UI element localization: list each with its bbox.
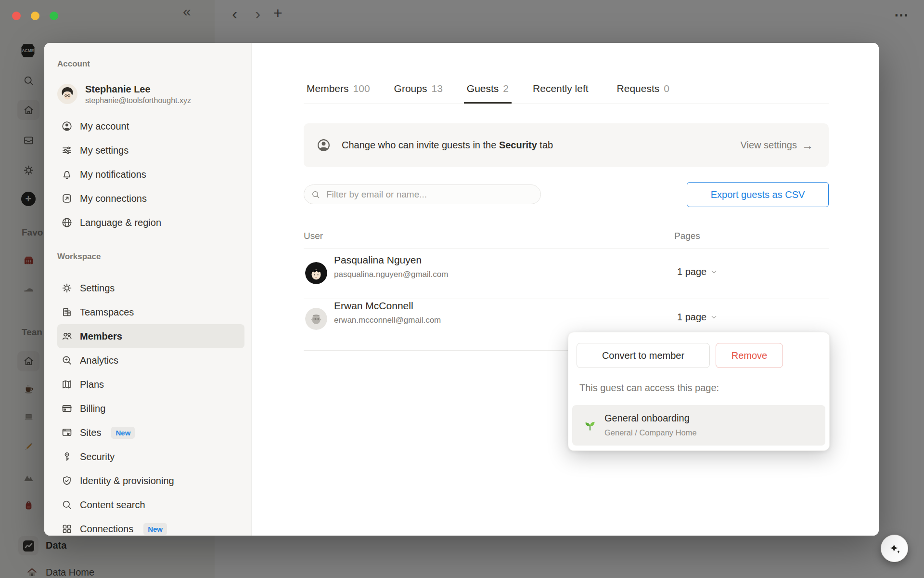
convert-to-member-button[interactable]: Convert to member <box>577 343 710 368</box>
avatar <box>305 308 327 330</box>
sidebar-item-settings[interactable]: Settings <box>57 276 244 300</box>
shield-check-icon <box>61 475 73 486</box>
seedling-icon <box>583 418 597 432</box>
gear-icon <box>61 282 73 294</box>
export-guests-csv-button[interactable]: Export guests as CSV <box>687 182 829 207</box>
arrow-right-icon: → <box>802 139 813 152</box>
sidebar-item-identity-provisioning[interactable]: Identity & provisioning <box>57 469 244 493</box>
people-icon <box>61 330 73 342</box>
zoom-window-button[interactable] <box>50 12 58 20</box>
grid-icon <box>61 523 73 535</box>
browser-cursor-icon <box>61 427 73 438</box>
account-user-row[interactable]: Stephanie Lee stephanie@toolsforthought.… <box>57 81 244 106</box>
sidebar-item-security[interactable]: Security <box>57 445 244 469</box>
chevron-down-icon <box>710 314 718 321</box>
column-header-pages: Pages <box>674 231 700 241</box>
sidebar-item-analytics[interactable]: Analytics <box>57 348 244 372</box>
account-menu: My account My settings My notifications … <box>57 114 244 235</box>
sidebar-item-plans[interactable]: Plans <box>57 372 244 396</box>
search-icon <box>311 190 321 199</box>
person-circle-icon <box>61 120 73 132</box>
settings-modal: Account Stephanie Lee stephanie@toolsfor… <box>44 43 879 536</box>
page-breadcrumb: General / Company Home <box>604 428 697 437</box>
sliders-icon <box>61 144 73 156</box>
settings-sidebar: Account Stephanie Lee stephanie@toolsfor… <box>44 43 252 536</box>
column-header-user: User <box>304 231 323 241</box>
guest-actions-popover: Convert to member Remove This guest can … <box>568 332 830 451</box>
invite-guests-banner: Change who can invite guests in the Secu… <box>304 123 829 167</box>
sidebar-item-teamspaces[interactable]: Teamspaces <box>57 300 244 324</box>
key-icon <box>61 451 73 462</box>
account-section-heading: Account <box>57 59 244 70</box>
sidebar-item-content-search[interactable]: Content search <box>57 493 244 517</box>
chevron-down-icon <box>710 268 718 276</box>
person-filled-icon <box>316 138 331 153</box>
account-user-name: Stephanie Lee <box>85 83 191 95</box>
guest-filter <box>304 184 541 204</box>
map-icon <box>61 379 73 390</box>
sidebar-item-my-account[interactable]: My account <box>57 114 244 138</box>
workspace-menu: Settings Teamspaces Members Analytics Pl… <box>57 276 244 536</box>
sidebar-item-my-notifications[interactable]: My notifications <box>57 162 244 186</box>
filter-input[interactable] <box>325 189 534 200</box>
avatar <box>57 84 77 104</box>
table-divider <box>304 249 829 249</box>
building-icon <box>61 306 73 318</box>
minimize-window-button[interactable] <box>31 12 39 20</box>
tab-guests[interactable]: Guests2 <box>464 82 512 104</box>
tab-members[interactable]: Members100 <box>304 82 373 104</box>
arrow-up-right-box-icon <box>61 193 73 204</box>
ai-assistant-button[interactable] <box>881 535 908 562</box>
sidebar-item-language-region[interactable]: Language & region <box>57 210 244 235</box>
accessible-page-item[interactable]: General onboarding General / Company Hom… <box>572 405 825 446</box>
sparkle-icon <box>887 541 902 556</box>
sidebar-item-my-connections[interactable]: My connections <box>57 186 244 210</box>
new-badge: New <box>111 427 135 439</box>
avatar <box>305 262 327 284</box>
new-badge: New <box>143 523 167 535</box>
close-window-button[interactable] <box>12 12 21 20</box>
members-tab-bar: Members100 Groups13 Guests2 Recently lef… <box>304 82 829 104</box>
magnifier-icon <box>61 499 73 511</box>
tab-requests[interactable]: Requests0 <box>614 82 672 104</box>
sidebar-item-sites[interactable]: SitesNew <box>57 420 244 445</box>
tab-groups[interactable]: Groups13 <box>391 82 446 104</box>
account-user-email: stephanie@toolsforthought.xyz <box>85 95 191 105</box>
view-settings-link[interactable]: View settings→ <box>738 138 816 153</box>
tab-recently-left[interactable]: Recently left <box>530 82 596 104</box>
banner-message: Change who can invite guests in the Secu… <box>342 140 553 151</box>
sidebar-item-connections[interactable]: ConnectionsNew <box>57 517 244 536</box>
pages-dropdown[interactable]: 1 page <box>674 266 720 278</box>
globe-icon <box>61 217 73 228</box>
remove-guest-button[interactable]: Remove <box>716 343 783 368</box>
sidebar-item-my-settings[interactable]: My settings <box>57 138 244 162</box>
magnifier-sparkle-icon <box>61 355 73 366</box>
bell-icon <box>61 169 73 180</box>
sidebar-item-billing[interactable]: Billing <box>57 396 244 420</box>
row-divider <box>304 299 829 299</box>
workspace-section-heading: Workspace <box>57 252 244 263</box>
window-controls <box>12 12 58 20</box>
members-settings-panel: Members100 Groups13 Guests2 Recently lef… <box>252 43 879 536</box>
credit-card-icon <box>61 403 73 414</box>
sidebar-item-members[interactable]: Members <box>57 324 244 348</box>
pages-dropdown[interactable]: 1 page <box>674 311 720 323</box>
page-title: General onboarding <box>604 413 690 424</box>
popover-caption: This guest can access this page: <box>579 382 719 394</box>
